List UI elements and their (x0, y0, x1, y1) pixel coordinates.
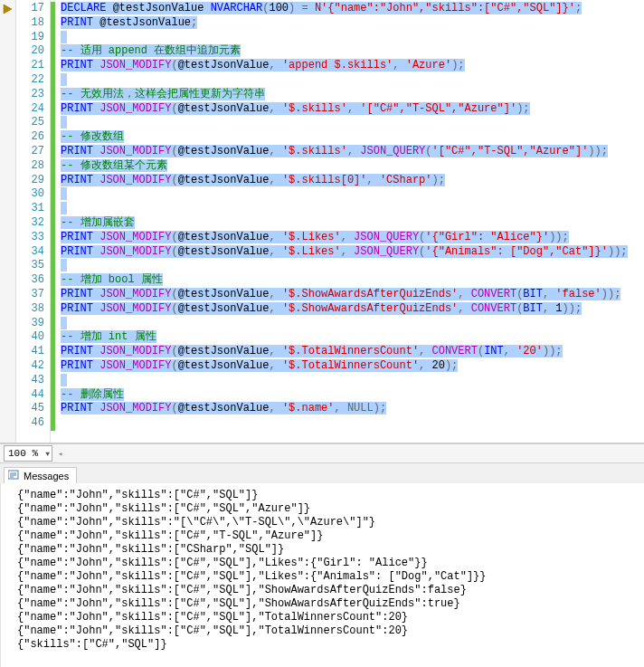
message-line: {"name":"John","skills":"[\"C#\",\"T-SQL… (17, 516, 628, 529)
code-line[interactable]: PRINT JSON_MODIFY(@testJsonValue, '$.Lik… (61, 245, 644, 260)
zoom-value: 100 % (8, 448, 38, 459)
code-line[interactable]: PRINT JSON_MODIFY(@testJsonValue, '$.Sho… (61, 302, 644, 317)
message-line: {"name":"John","skills":["C#","SQL"],"Li… (17, 570, 628, 584)
line-number: 35 (16, 259, 44, 273)
message-line: {"skills":["C#","SQL"]} (17, 638, 628, 652)
code-line[interactable] (61, 116, 644, 130)
line-number: 42 (16, 359, 44, 374)
line-number: 25 (16, 116, 44, 130)
indicator-margin (0, 0, 16, 443)
line-number: 21 (16, 59, 44, 73)
message-line: {"name":"John","skills":["C#","SQL"],"Sh… (17, 584, 628, 597)
line-number: 30 (16, 187, 44, 202)
code-line[interactable]: PRINT JSON_MODIFY(@testJsonValue, '$.ski… (61, 145, 644, 159)
code-line[interactable]: -- 修改数组 (61, 130, 644, 145)
code-line[interactable]: -- 删除属性 (61, 388, 644, 403)
code-line[interactable]: PRINT JSON_MODIFY(@testJsonValue, '$.Tot… (61, 359, 644, 374)
line-number: 46 (16, 416, 44, 431)
line-number: 34 (16, 245, 44, 260)
line-number: 31 (16, 202, 44, 216)
line-number: 27 (16, 145, 44, 159)
line-number: 22 (16, 73, 44, 88)
results-tab-bar: Messages (0, 463, 644, 483)
message-line: {"name":"John","skills":["C#","SQL"]} (17, 489, 628, 502)
code-line[interactable] (61, 317, 644, 331)
code-line[interactable]: DECLARE @testJsonValue NVARCHAR(100) = N… (61, 2, 644, 16)
code-line[interactable]: PRINT JSON_MODIFY(@testJsonValue, '$.ski… (61, 174, 644, 188)
message-line: {"name":"John","skills":["C#","SQL"],"To… (17, 611, 628, 624)
messages-icon (8, 470, 20, 481)
message-line: {"name":"John","skills":["C#","SQL"],"Li… (17, 557, 628, 570)
message-line: {"name":"John","skills":["CSharp","SQL"]… (17, 543, 628, 557)
code-line[interactable]: PRINT JSON_MODIFY(@testJsonValue, '$.Sho… (61, 288, 644, 302)
code-line[interactable]: -- 增加 bool 属性 (61, 273, 644, 288)
line-number: 45 (16, 402, 44, 416)
line-number: 29 (16, 174, 44, 188)
line-number: 20 (16, 44, 44, 59)
code-line[interactable] (61, 259, 644, 273)
code-line[interactable]: PRINT JSON_MODIFY(@testJsonValue, '$.nam… (61, 402, 644, 416)
code-line[interactable] (61, 416, 644, 431)
line-number: 41 (16, 345, 44, 359)
messages-tab[interactable]: Messages (4, 467, 77, 483)
chevron-down-icon: ▼ (45, 450, 50, 458)
line-number: 37 (16, 288, 44, 302)
code-line[interactable] (61, 374, 644, 388)
code-line[interactable] (61, 187, 644, 202)
code-line[interactable]: PRINT JSON_MODIFY(@testJsonValue, '$.Lik… (61, 231, 644, 245)
code-line[interactable]: -- 无效用法，这样会把属性更新为字符串 (61, 88, 644, 102)
code-line[interactable]: PRINT JSON_MODIFY(@testJsonValue, '$.Tot… (61, 345, 644, 359)
code-line[interactable]: PRINT JSON_MODIFY(@testJsonValue, '$.ski… (61, 102, 644, 117)
line-number: 39 (16, 317, 44, 331)
line-number: 38 (16, 302, 44, 317)
splitter-arrow-icon: ◂ (58, 449, 62, 459)
code-line[interactable]: -- 增加属嵌套 (61, 216, 644, 231)
line-number: 18 (16, 16, 44, 31)
line-number: 40 (16, 330, 44, 345)
line-number: 26 (16, 130, 44, 145)
line-number: 44 (16, 388, 44, 403)
line-number: 36 (16, 273, 44, 288)
line-number: 23 (16, 88, 44, 102)
line-number: 28 (16, 159, 44, 174)
line-number: 17 (16, 2, 44, 16)
message-line: {"name":"John","skills":["C#","SQL","Azu… (17, 502, 628, 516)
editor-status-bar: 100 % ▼ ◂ (0, 443, 644, 463)
line-number: 43 (16, 374, 44, 388)
code-line[interactable]: -- 适用 append 在数组中追加元素 (61, 44, 644, 59)
code-text-area[interactable]: DECLARE @testJsonValue NVARCHAR(100) = N… (55, 0, 644, 443)
code-line[interactable]: PRINT @testJsonValue; (61, 16, 644, 31)
message-line: {"name":"John","skills":["C#","SQL"],"To… (17, 624, 628, 638)
message-line: {"name":"John","skills":["C#","SQL"],"Sh… (17, 597, 628, 611)
line-number: 19 (16, 31, 44, 45)
line-number: 33 (16, 231, 44, 245)
messages-output[interactable]: {"name":"John","skills":["C#","SQL"]}{"n… (0, 483, 644, 667)
code-line[interactable]: PRINT JSON_MODIFY(@testJsonValue, 'appen… (61, 59, 644, 73)
execution-arrow-icon (0, 2, 15, 16)
line-number: 24 (16, 102, 44, 117)
line-number: 32 (16, 216, 44, 231)
code-line[interactable] (61, 73, 644, 88)
line-number-gutter[interactable]: 1718192021222324252627282930313233343536… (16, 0, 51, 443)
code-editor[interactable]: 1718192021222324252627282930313233343536… (0, 0, 644, 443)
code-line[interactable]: -- 修改数组某个元素 (61, 159, 644, 174)
code-line[interactable] (61, 31, 644, 45)
code-line[interactable] (61, 202, 644, 216)
messages-tab-label: Messages (24, 471, 69, 481)
message-line: {"name":"John","skills":["C#","T-SQL","A… (17, 529, 628, 543)
code-line[interactable]: -- 增加 int 属性 (61, 330, 644, 345)
zoom-level-select[interactable]: 100 % ▼ (4, 445, 52, 462)
